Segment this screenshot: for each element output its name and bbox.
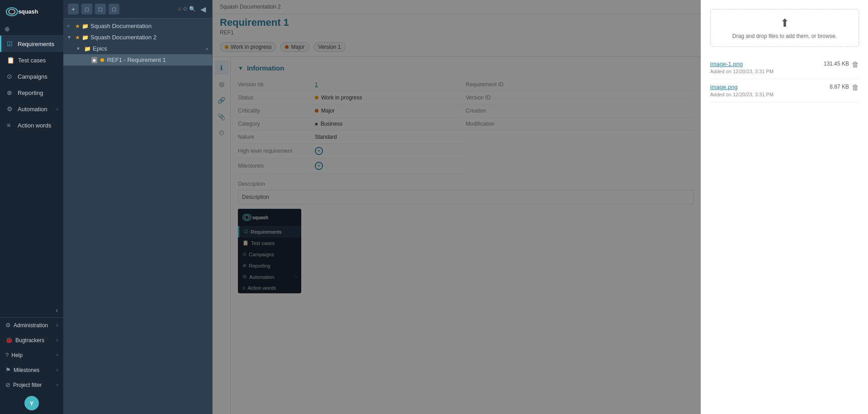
file-name-0[interactable]: image-1.png: [710, 61, 824, 67]
logo: squash: [0, 0, 63, 23]
file-info-0: image-1.png Added on 12/20/23, 3:31 PM: [710, 61, 824, 74]
sidebar-item-automation[interactable]: ⚙ Automation ›: [0, 101, 63, 117]
user-avatar[interactable]: Y: [24, 396, 39, 410]
tree-view-button3[interactable]: □: [109, 4, 119, 14]
sidebar-item-label: Test cases: [18, 57, 46, 64]
file-size-1: 8.87 KB: [830, 84, 849, 90]
overlay: [213, 57, 701, 414]
right-panel: ⬆ Drag and drop files to add them, or br…: [701, 0, 868, 414]
upload-icon: ⬆: [780, 17, 789, 29]
sidebar-item-label: Automation: [18, 106, 47, 113]
requirements-icon: ☑: [7, 40, 14, 47]
help-icon: ?: [5, 352, 9, 358]
upload-hint: Drag and drop files to add them, or brow…: [732, 33, 837, 39]
sidebar-top-toolbar: ⊕: [0, 23, 63, 36]
tree-node-label: Epics: [93, 45, 107, 52]
tree-view-button2[interactable]: □: [95, 4, 106, 14]
folder-icon: 📁: [82, 34, 89, 41]
tree-node-add-icon[interactable]: +: [206, 46, 209, 52]
project-filter-expand-icon: ›: [57, 382, 58, 387]
tree-toggle-icon: +: [67, 24, 73, 28]
tree-header: + □ □ □ ≡ ⚙ 🔍 ◀: [63, 0, 212, 19]
sidebar-bottom-item-label: Administration: [14, 322, 48, 329]
file-meta-1: Added on 12/20/23, 3:31 PM: [710, 92, 830, 97]
sidebar-item-project-filter[interactable]: ⊘ Project filter ›: [0, 377, 63, 392]
tree-toggle-icon: ▼: [67, 35, 73, 40]
tree-node-req1[interactable]: ■ REF1 - Requirement 1: [63, 54, 212, 66]
svg-point-1: [9, 9, 15, 14]
sidebar-item-action-words[interactable]: ≡ Action words: [0, 117, 63, 133]
sidebar-item-administration[interactable]: ⚙ Administration ›: [0, 318, 63, 333]
test-cases-icon: 📋: [7, 56, 14, 64]
tree-content: + ★ 📁 Squash Documentation ▼ ★ 📁 Squash …: [63, 19, 212, 414]
automation-icon: ⚙: [7, 105, 14, 113]
favorite-icon: ★: [75, 34, 80, 41]
sidebar-bottom-item-label: Help: [11, 352, 23, 358]
sidebar-bottom-item-label: Bugtrackers: [15, 337, 44, 343]
tree-view-button1[interactable]: □: [81, 4, 92, 14]
automation-expand-icon: ›: [57, 107, 58, 112]
file-meta-0: Added on 12/20/23, 3:31 PM: [710, 69, 824, 74]
sidebar-nav: ☑ Requirements 📋 Test cases ⊙ Campaigns …: [0, 36, 63, 303]
tree-add-button[interactable]: +: [68, 4, 79, 14]
sidebar-bottom-item-label: Project filter: [13, 382, 42, 388]
req-status-icon: ■: [91, 57, 97, 63]
folder-icon: 📁: [84, 46, 91, 52]
sidebar-item-label: Requirements: [18, 41, 54, 47]
file-delete-button-1[interactable]: 🗑: [852, 84, 859, 92]
project-filter-icon: ⊘: [5, 381, 10, 388]
sidebar-item-milestones[interactable]: ⚑ Milestones ›: [0, 362, 63, 377]
sidebar-item-campaigns[interactable]: ⊙ Campaigns: [0, 68, 63, 85]
tree-node-epics[interactable]: ▼ 📁 Epics +: [63, 43, 212, 54]
sidebar-bottom: ⚙ Administration › 🐞 Bugtrackers › ? Hel…: [0, 317, 63, 392]
content-body: ℹ ◎ 🔗 📎 ⏲ ▼ Information Version nb 1: [213, 57, 701, 414]
svg-point-0: [6, 8, 18, 16]
sidebar-item-bugtrackers[interactable]: 🐞 Bugtrackers ›: [0, 333, 63, 348]
sidebar-item-help[interactable]: ? Help ›: [0, 348, 63, 362]
sidebar-item-requirements[interactable]: ☑ Requirements: [0, 36, 63, 52]
squash-logo-icon: squash: [5, 5, 42, 19]
administration-expand-icon: ›: [57, 323, 58, 328]
add-icon[interactable]: ⊕: [5, 25, 10, 33]
tree-toolbar-icons: ≡ ⚙ 🔍: [178, 6, 196, 12]
avatar-initials: Y: [30, 400, 34, 407]
milestones-expand-icon: ›: [57, 367, 58, 372]
sidebar-item-label: Reporting: [18, 89, 43, 96]
administration-icon: ⚙: [5, 322, 11, 329]
tree-node-label: Squash Documentation 2: [90, 34, 157, 41]
sidebar-item-test-cases[interactable]: 📋 Test cases: [0, 52, 63, 68]
file-delete-button-0[interactable]: 🗑: [852, 61, 859, 69]
reporting-icon: ⊕: [7, 89, 14, 96]
tree-node-squash-doc-2[interactable]: ▼ ★ 📁 Squash Documentation 2: [63, 32, 212, 43]
tree-node-squash-doc[interactable]: + ★ 📁 Squash Documentation: [63, 20, 212, 32]
file-item-1: image.png Added on 12/20/23, 3:31 PM 8.8…: [710, 79, 859, 102]
sidebar-collapse-button[interactable]: ‹: [0, 303, 63, 317]
milestones-icon: ⚑: [5, 367, 11, 373]
sidebar-item-label: Campaigns: [18, 73, 47, 80]
file-row-1: image.png Added on 12/20/23, 3:31 PM 8.8…: [710, 84, 859, 97]
favorite-icon: ★: [75, 23, 80, 29]
sidebar: squash ⊕ ☑ Requirements 📋 Test cases ⊙ C…: [0, 0, 63, 414]
sidebar-item-reporting[interactable]: ⊕ Reporting: [0, 85, 63, 101]
tree-toggle-icon: ▼: [76, 46, 82, 51]
file-row-0: image-1.png Added on 12/20/23, 3:31 PM 1…: [710, 61, 859, 74]
tree-panel: + □ □ □ ≡ ⚙ 🔍 ◀ + ★ 📁 Squash Documentati…: [63, 0, 213, 414]
file-info-1: image.png Added on 12/20/23, 3:31 PM: [710, 84, 830, 97]
main-area: Squash Documentation 2 Requirement 1 REF…: [213, 0, 701, 414]
tree-collapse-button[interactable]: ◀: [199, 5, 208, 14]
file-size-0: 131.45 KB: [824, 61, 849, 67]
action-words-icon: ≡: [7, 122, 14, 129]
bugtrackers-icon: 🐞: [5, 337, 13, 343]
tree-node-label: Squash Documentation: [90, 23, 152, 29]
campaigns-icon: ⊙: [7, 73, 14, 80]
file-name-1[interactable]: image.png: [710, 84, 830, 90]
upload-area[interactable]: ⬆ Drag and drop files to add them, or br…: [710, 9, 859, 47]
req-status-dot: [100, 58, 104, 62]
help-expand-icon: ›: [57, 353, 58, 358]
bugtrackers-expand-icon: ›: [57, 338, 58, 343]
sidebar-item-label: Action words: [18, 122, 51, 129]
folder-icon: 📁: [82, 23, 89, 29]
sidebar-bottom-item-label: Milestones: [14, 367, 39, 373]
file-item-0: image-1.png Added on 12/20/23, 3:31 PM 1…: [710, 56, 859, 79]
tree-node-label: REF1 - Requirement 1: [107, 56, 166, 63]
